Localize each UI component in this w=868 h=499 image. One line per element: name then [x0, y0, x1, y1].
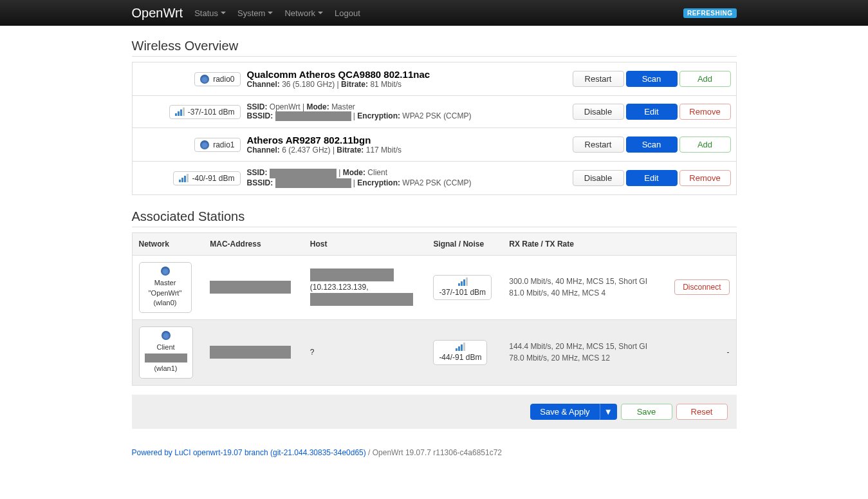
tx-rate: 81.0 Mbit/s, 40 MHz, MCS 4 [509, 287, 657, 299]
save-button[interactable]: Save [621, 404, 672, 420]
signal-badge: -37/-101 dBm [433, 275, 492, 300]
radio-device-row: radio0 Qualcomm Atheros QCA9880 802.11na… [133, 62, 736, 96]
chevron-down-icon [221, 12, 226, 14]
wireless-radio-icon [200, 75, 209, 84]
rate-info: 144.4 Mbit/s, 20 MHz, MCS 15, Short GI 7… [503, 319, 663, 385]
mac-redacted [210, 346, 291, 359]
channel-label: Channel: [247, 80, 280, 89]
rx-rate: 144.4 Mbit/s, 20 MHz, MCS 15, Short GI [509, 341, 657, 352]
remove-button[interactable]: Remove [679, 170, 731, 186]
signal-text: -40/-91 dBm [192, 174, 234, 183]
radio-network-row: -37/-101 dBm SSID: OpenWrt | Mode: Maste… [133, 96, 736, 128]
encryption-value: WPA2 PSK (CCMP) [402, 178, 471, 187]
bitrate-label: Bitrate: [341, 80, 368, 89]
edit-button[interactable]: Edit [626, 104, 678, 120]
col-mac: MAC-Address [203, 232, 303, 255]
bssid-redacted [275, 111, 351, 121]
bitrate-label: Bitrate: [337, 146, 364, 155]
save-apply-group: Save & Apply ▼ [530, 404, 616, 420]
network-info-line2: BSSID: | Encryption: WPA2 PSK (CCMP) [247, 111, 551, 121]
chevron-down-icon [318, 12, 323, 14]
add-button[interactable]: Add [679, 71, 731, 87]
encryption-label: Encryption: [357, 178, 400, 187]
disable-button[interactable]: Disable [573, 170, 624, 186]
bitrate-value: 81 Mbit/s [370, 80, 402, 89]
channel-value: 6 (2.437 GHz) [282, 146, 330, 155]
device-name: Qualcomm Atheros QCA9880 802.11nac [247, 69, 551, 80]
disconnect-button[interactable]: Disconnect [674, 279, 729, 295]
refresh-indicator[interactable]: REFRESHING [683, 8, 737, 18]
save-apply-button[interactable]: Save & Apply [530, 404, 599, 420]
nav-status[interactable]: Status [194, 8, 226, 18]
device-info: Channel: 6 (2.437 GHz) | Bitrate: 117 Mb… [247, 146, 551, 155]
nav-network[interactable]: Network [284, 8, 323, 18]
scan-button[interactable]: Scan [626, 137, 678, 153]
ssid-redacted [145, 353, 187, 362]
tx-rate: 78.0 Mbit/s, 20 MHz, MCS 12 [509, 352, 657, 364]
bssid-redacted [275, 178, 351, 188]
brand-logo[interactable]: OpenWrt [132, 6, 183, 21]
restart-button[interactable]: Restart [573, 71, 624, 87]
signal-badge: -44/-91 dBm [433, 340, 487, 365]
col-network: Network [132, 232, 203, 255]
reset-button[interactable]: Reset [676, 404, 728, 420]
net-iface: (wlan0) [153, 299, 176, 306]
associated-stations-heading: Associated Stations [132, 209, 737, 227]
nav-system[interactable]: System [237, 8, 273, 18]
encryption-label: Encryption: [357, 111, 400, 120]
encryption-value: WPA2 PSK (CCMP) [402, 111, 471, 120]
net-iface: (wlan1) [154, 364, 177, 372]
footer-luci-link[interactable]: Powered by LuCI openwrt-19.07 branch (gi… [132, 448, 366, 457]
mac-redacted [210, 281, 291, 294]
signal-bars-icon [179, 174, 188, 182]
host-unknown: ? [310, 348, 315, 357]
signal-bars-icon [456, 343, 465, 351]
station-row: Client (wlan1) ? -44/-91 dBm 144.4 Mbit/… [132, 319, 736, 385]
associated-stations-table: Network MAC-Address Host Signal / Noise … [132, 232, 737, 386]
wireless-overview-heading: Wireless Overview [132, 39, 737, 57]
network-info-line2: BSSID: | Encryption: WPA2 PSK (CCMP) [247, 178, 551, 188]
net-ssid: "OpenWrt" [149, 289, 182, 297]
add-button[interactable]: Add [679, 137, 731, 153]
channel-value: 36 (5.180 GHz) [282, 80, 335, 89]
page-actions: Save & Apply ▼ Save Reset [132, 395, 737, 429]
signal-badge: -37/-101 dBm [169, 105, 241, 119]
save-apply-dropdown[interactable]: ▼ [600, 404, 617, 420]
nav-system-label: System [237, 8, 265, 18]
bssid-label: BSSID: [247, 111, 273, 120]
col-rate: RX Rate / TX Rate [503, 232, 663, 255]
chevron-down-icon [268, 12, 273, 14]
bssid-label: BSSID: [247, 178, 273, 187]
radio-id: radio0 [213, 75, 234, 84]
wireless-radio-icon [161, 267, 170, 276]
radio-id: radio1 [213, 140, 234, 149]
remove-button[interactable]: Remove [679, 104, 731, 120]
disable-button[interactable]: Disable [573, 104, 624, 120]
restart-button[interactable]: Restart [573, 137, 624, 153]
signal-bars-icon [175, 108, 184, 116]
radio-badge: radio1 [194, 138, 240, 152]
host-redacted [310, 293, 413, 306]
network-badge: Client (wlan1) [139, 326, 193, 379]
ssid-label: SSID: [247, 102, 268, 111]
top-navbar: OpenWrt Status System Network Logout REF… [0, 0, 868, 26]
signal-text: -44/-91 dBm [439, 353, 481, 362]
network-info-line1: SSID: | Mode: Client [247, 168, 551, 178]
wireless-overview-table: radio0 Qualcomm Atheros QCA9880 802.11na… [132, 62, 737, 195]
mode-label: Mode: [343, 168, 365, 177]
signal-bars-icon [458, 278, 467, 286]
footer-version: / OpenWrt 19.07.7 r11306-c4a6851c72 [366, 448, 502, 457]
footer: Powered by LuCI openwrt-19.07 branch (gi… [132, 448, 737, 457]
scan-button[interactable]: Scan [626, 71, 678, 87]
mode-value: Client [367, 168, 387, 177]
edit-button[interactable]: Edit [626, 170, 678, 186]
nav-logout[interactable]: Logout [335, 8, 360, 18]
device-info: Channel: 36 (5.180 GHz) | Bitrate: 81 Mb… [247, 80, 551, 89]
net-mode: Client [156, 343, 174, 351]
host-ip: (10.123.123.139, [310, 283, 421, 292]
radio-device-row: radio1 Atheros AR9287 802.11bgn Channel:… [133, 128, 736, 162]
col-signal: Signal / Noise [427, 232, 503, 255]
mode-value: Master [331, 102, 355, 111]
nav-network-label: Network [284, 8, 315, 18]
ssid-value: OpenWrt [270, 102, 300, 111]
